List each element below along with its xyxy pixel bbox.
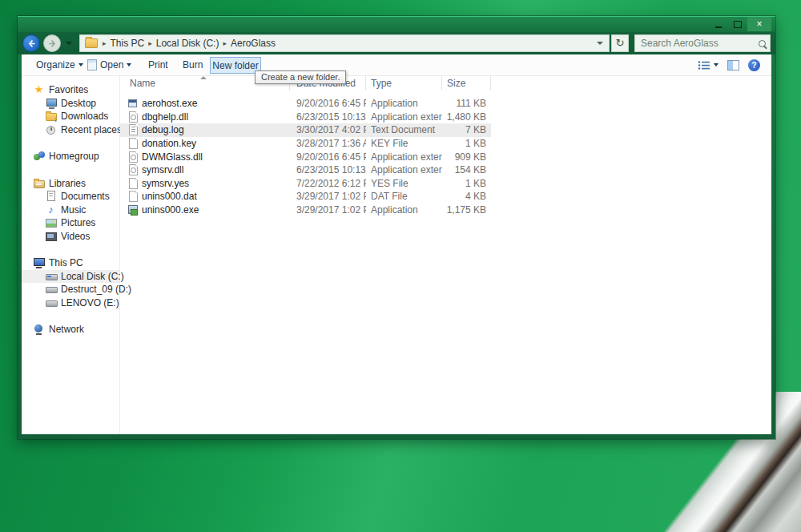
sidebar-item-label: Network xyxy=(49,324,84,335)
sidebar-item-label: Local Disk (C:) xyxy=(61,271,124,282)
maximize-button[interactable] xyxy=(728,17,747,31)
maximize-icon xyxy=(734,21,742,28)
sidebar-item-desktop[interactable]: Desktop xyxy=(22,97,119,111)
sidebar-item-documents[interactable]: Documents xyxy=(22,190,119,204)
tooltip: Create a new folder. xyxy=(255,71,346,84)
print-label: Print xyxy=(148,59,168,71)
music-icon: ♪ xyxy=(45,204,57,216)
documents-icon xyxy=(45,191,57,202)
file-icon xyxy=(128,191,138,202)
sidebar-item-pictures[interactable]: Pictures xyxy=(22,216,119,230)
table-row[interactable]: symsrv.yes 7/22/2012 6:12 PM YES File 1 … xyxy=(120,177,491,191)
text-file-icon xyxy=(128,124,138,135)
forward-button[interactable] xyxy=(43,34,61,52)
sidebar-item-downloads[interactable]: ↓ Downloads xyxy=(22,110,119,123)
search-input[interactable] xyxy=(639,37,759,50)
sidebar-item-network[interactable]: Network xyxy=(22,323,119,337)
minimize-icon xyxy=(715,26,722,28)
dll-icon xyxy=(128,164,138,175)
search-icon[interactable] xyxy=(759,40,766,47)
sidebar-item-videos[interactable]: Videos xyxy=(22,230,119,244)
application-icon xyxy=(128,98,138,109)
navigation-pane: ★ Favorites Desktop ↓ Downloads Recent p… xyxy=(22,75,120,434)
burn-button[interactable]: Burn xyxy=(183,54,203,75)
history-dropdown-button[interactable] xyxy=(66,42,72,45)
back-arrow-icon xyxy=(27,39,36,48)
breadcrumb-aeroglass[interactable]: AeroGlass xyxy=(228,38,278,49)
sidebar-item-this-pc[interactable]: This PC xyxy=(22,256,119,270)
table-row[interactable]: dbghelp.dll 6/23/2015 10:13 PM Applicati… xyxy=(120,111,491,124)
table-row[interactable]: DWMGlass.dll 9/20/2016 6:45 PM Applicati… xyxy=(120,150,491,163)
chevron-down-icon xyxy=(78,63,83,66)
burn-label: Burn xyxy=(183,59,203,71)
sidebar-gap xyxy=(22,163,119,177)
preview-pane-icon[interactable] xyxy=(727,60,739,71)
toolbar-right-group: ? xyxy=(698,54,760,75)
videos-icon xyxy=(45,231,57,242)
back-button[interactable] xyxy=(22,34,40,52)
address-dropdown-button[interactable] xyxy=(597,42,603,45)
chevron-down-icon xyxy=(714,63,718,66)
table-row[interactable]: aerohost.exe 9/20/2016 6:45 PM Applicati… xyxy=(120,97,491,111)
sidebar-item-label: Downloads xyxy=(61,111,108,122)
downloads-icon: ↓ xyxy=(45,111,57,122)
table-row[interactable]: donation.key 3/28/2017 1:36 AM KEY File … xyxy=(120,137,491,151)
sidebar-item-label: Pictures xyxy=(61,217,95,228)
table-row-highlighted[interactable]: debug.log 3/30/2017 4:02 PM Text Documen… xyxy=(120,123,491,137)
print-button[interactable]: Print xyxy=(148,54,168,75)
breadcrumb-separator-icon: ▸ xyxy=(101,39,108,47)
change-view-button[interactable] xyxy=(698,60,718,71)
sidebar-gap xyxy=(22,136,119,150)
breadcrumb-this-pc[interactable]: This PC xyxy=(108,38,147,49)
address-bar[interactable]: ▸ This PC ▸ Local Disk (C:) ▸ AeroGlass xyxy=(79,34,610,52)
search-box xyxy=(634,34,771,52)
drive-icon xyxy=(45,271,57,282)
minimize-button[interactable] xyxy=(709,17,728,31)
new-folder-button[interactable]: New folder xyxy=(210,57,261,74)
file-icon xyxy=(128,138,138,149)
recent-places-icon xyxy=(45,124,57,135)
sidebar-item-homegroup[interactable]: Homegroup xyxy=(22,150,119,163)
desktop-icon xyxy=(45,98,57,109)
sort-ascending-icon xyxy=(200,76,207,79)
command-toolbar: Organize Open Print Burn New folder xyxy=(22,54,771,76)
refresh-icon: ↻ xyxy=(616,37,625,49)
sidebar-item-libraries[interactable]: Libraries xyxy=(22,177,119,191)
sidebar-item-favorites[interactable]: ★ Favorites xyxy=(22,83,119,97)
explorer-window: × ▸ This PC ▸ Local Disk (C:) ▸ AeroGlas… xyxy=(18,16,775,439)
help-button[interactable]: ? xyxy=(748,59,760,71)
sidebar-item-label: Documents xyxy=(61,191,110,202)
sidebar-item-label: This PC xyxy=(49,257,83,268)
sidebar-item-label: Libraries xyxy=(49,178,86,189)
sidebar-item-destruct-09-d[interactable]: Destruct_09 (D:) xyxy=(22,283,119,296)
pictures-icon xyxy=(45,217,57,228)
titlebar[interactable]: × xyxy=(18,16,775,32)
details-view-icon xyxy=(698,60,710,71)
close-icon: × xyxy=(756,17,762,31)
column-header-type[interactable]: Type xyxy=(366,76,442,91)
refresh-button[interactable]: ↻ xyxy=(611,34,629,52)
sidebar-item-label: Videos xyxy=(61,231,90,242)
navigation-bar: ▸ This PC ▸ Local Disk (C:) ▸ AeroGlass … xyxy=(18,32,775,54)
open-label: Open xyxy=(100,59,123,71)
sidebar-item-label: Recent places xyxy=(61,124,122,135)
organize-button[interactable]: Organize xyxy=(36,54,83,75)
content-area: ★ Favorites Desktop ↓ Downloads Recent p… xyxy=(22,75,771,434)
open-button[interactable]: Open xyxy=(87,54,131,75)
file-icon xyxy=(128,178,138,189)
file-rows: aerohost.exe 9/20/2016 6:45 PM Applicati… xyxy=(120,97,491,216)
sidebar-item-recent-places[interactable]: Recent places xyxy=(22,123,119,137)
caption-buttons: × xyxy=(709,17,771,31)
sidebar-item-music[interactable]: ♪ Music xyxy=(22,204,119,217)
sidebar-item-lenovo-e[interactable]: LENOVO (E:) xyxy=(22,296,119,310)
column-header-size[interactable]: Size xyxy=(442,76,491,91)
table-row[interactable]: unins000.dat 3/29/2017 1:02 PM DAT File … xyxy=(120,190,491,204)
sidebar-item-label: Music xyxy=(61,204,86,216)
breadcrumb-local-disk[interactable]: Local Disk (C:) xyxy=(154,38,222,49)
table-row[interactable]: symsrv.dll 6/23/2015 10:13 PM Applicatio… xyxy=(120,163,491,177)
close-button[interactable]: × xyxy=(747,17,771,31)
sidebar-gap xyxy=(22,309,119,323)
table-row[interactable]: unins000.exe 3/29/2017 1:02 PM Applicati… xyxy=(120,204,491,217)
sidebar-item-local-disk-c[interactable]: Local Disk (C:) xyxy=(22,270,119,284)
sidebar-item-label: LENOVO (E:) xyxy=(61,297,119,308)
